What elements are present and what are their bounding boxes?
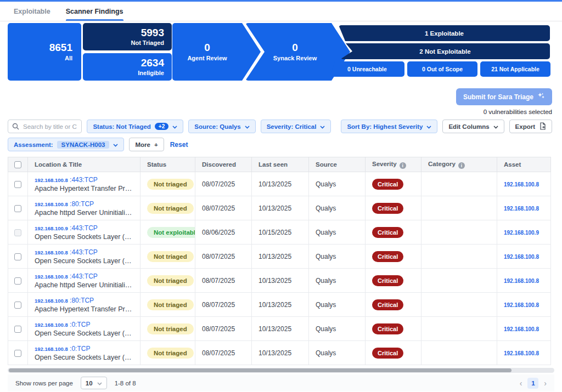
discovered-cell: 08/06/2025 (195, 220, 252, 245)
location-link[interactable]: 192.168.100.8 :0:TCP (35, 321, 133, 328)
tab-scanner-findings[interactable]: Scanner Findings (66, 2, 123, 21)
source-cell: Qualys (309, 245, 366, 269)
asset-link[interactable]: 192.168.100.8 (504, 206, 539, 212)
severity-cell: Critical (366, 293, 422, 317)
rows-per-page-select[interactable]: 10 (81, 377, 107, 389)
category-cell (422, 172, 497, 196)
horizontal-scrollbar-track[interactable] (8, 368, 554, 373)
finding-title: Apache httpd Server Uninitialized memor.… (35, 281, 133, 289)
status-cell: Not triaged (140, 341, 195, 365)
severity-badge: Critical (372, 323, 403, 334)
table-row: 192.168.100.9 :443:TCP Open Secure Socke… (8, 220, 551, 245)
location-ip: 192.168.100.8 (35, 201, 68, 207)
chevron-down-icon (320, 123, 325, 130)
tab-exploitable[interactable]: Exploitable (14, 2, 50, 21)
category-cell (422, 220, 497, 245)
column-header: Discovered (195, 157, 252, 172)
discovered-cell: 08/07/2025 (195, 196, 252, 220)
location-ip: 192.168.100.8 (35, 298, 68, 304)
row-checkbox[interactable] (14, 326, 21, 333)
export-button[interactable]: Export (509, 120, 552, 133)
funnel-agent-review-box[interactable]: 0 Agent Review (172, 23, 261, 81)
asset-link[interactable]: 192.168.100.8 (504, 302, 539, 308)
asset-cell: 192.168.100.8 (497, 317, 551, 341)
assessment-filter-label: Assessment: (14, 141, 53, 148)
funnel-not-triaged-label: Not Triaged (131, 39, 164, 46)
row-checkbox[interactable] (14, 253, 21, 260)
severity-filter[interactable]: Severity: Critical (261, 120, 331, 133)
location-ip: 192.168.100.8 (35, 346, 68, 352)
asset-cell: 192.168.100.8 (497, 245, 551, 269)
finding-title: Open Secure Sockets Layer (OpenSSL) C... (35, 329, 133, 337)
funnel-out-of-scope-box[interactable]: 0 Out of Scope (407, 61, 477, 77)
assessment-filter[interactable]: Assessment: SYNACK-H003 (8, 138, 124, 151)
asset-link[interactable]: 192.168.100.8 (504, 326, 539, 332)
sort-by-label: Sort By: Highest Severity (347, 123, 423, 130)
location-title-cell: 192.168.100.8 :443:TCP Open Secure Socke… (28, 245, 140, 269)
row-checkbox[interactable] (14, 302, 21, 309)
asset-link[interactable]: 192.168.100.8 (504, 350, 539, 356)
table-row: 192.168.100.8 :80:TCP Apache Hypertext T… (8, 293, 551, 317)
funnel-ineligible-box[interactable]: 2634 Ineligible (83, 53, 172, 81)
row-checkbox-cell (8, 341, 28, 365)
horizontal-scrollbar-thumb[interactable] (9, 368, 512, 372)
location-link[interactable]: 192.168.100.8 :0:TCP (35, 345, 133, 353)
location-link[interactable]: 192.168.100.8 :80:TCP (35, 297, 133, 304)
status-badge: Not triaged (147, 179, 194, 190)
asset-link[interactable]: 192.168.100.9 (504, 230, 539, 236)
location-link[interactable]: 192.168.100.8 :443:TCP (35, 272, 133, 280)
row-checkbox[interactable] (14, 350, 21, 357)
row-checkbox[interactable] (14, 181, 21, 188)
table-row: 192.168.100.8 :443:TCP Open Secure Socke… (8, 245, 551, 269)
last-seen-cell: 10/13/2025 (252, 317, 309, 341)
category-cell (422, 269, 497, 293)
row-checkbox[interactable] (14, 277, 21, 285)
last-seen-cell: 10/13/2025 (252, 293, 309, 317)
row-checkbox[interactable] (14, 205, 21, 212)
submit-for-sara-triage-button[interactable]: Submit for Sara Triage (456, 88, 552, 105)
previous-page-icon[interactable]: ‹ (520, 379, 522, 388)
more-filters-button[interactable]: More + (129, 138, 164, 151)
funnel-not-exploitable-box[interactable]: 2 Not Exploitable (340, 43, 550, 59)
status-badge: Not exploitable (147, 227, 195, 238)
search-wrap (8, 120, 82, 133)
edit-columns-button[interactable]: Edit Columns (442, 120, 504, 133)
select-all-checkbox[interactable] (14, 161, 21, 168)
funnel-synack-review-count: 0 (292, 42, 298, 54)
funnel-exploitable-box[interactable]: 1 Exploitable (339, 25, 550, 41)
asset-cell: 192.168.100.8 (497, 341, 551, 365)
location-link[interactable]: 192.168.100.9 :443:TCP (35, 224, 133, 232)
severity-cell: Critical (366, 220, 422, 245)
row-checkbox[interactable] (14, 229, 21, 236)
next-page-icon[interactable]: › (544, 379, 547, 388)
funnel-unreachable-box[interactable]: 0 Unreachable (330, 61, 404, 77)
source-cell: Qualys (309, 196, 366, 220)
location-link[interactable]: 192.168.100.8 :80:TCP (35, 200, 133, 208)
discovered-cell: 08/07/2025 (195, 341, 252, 365)
location-ip: 192.168.100.8 (35, 177, 68, 183)
location-link[interactable]: 192.168.100.8 :443:TCP (35, 248, 133, 256)
status-filter[interactable]: Status: Not Triaged +2 (87, 120, 183, 133)
asset-link[interactable]: 192.168.100.8 (504, 278, 539, 284)
info-icon[interactable]: i (400, 162, 406, 169)
last-seen-cell: 10/15/2025 (252, 220, 309, 245)
funnel-not-applicable-box[interactable]: 21 Not Applicable (480, 61, 550, 77)
last-seen-cell: 10/13/2025 (252, 341, 309, 365)
info-icon[interactable]: i (458, 162, 465, 169)
current-page-button[interactable]: 1 (527, 378, 538, 389)
funnel-all-box[interactable]: 8651 All (8, 23, 81, 81)
sort-by-dropdown[interactable]: Sort By: Highest Severity (341, 120, 437, 133)
category-cell (422, 317, 497, 341)
location-port: :443:TCP (70, 224, 98, 232)
location-title-cell: 192.168.100.8 :443:TCP Apache Hypertext … (28, 172, 140, 196)
chevron-down-icon (172, 123, 177, 130)
severity-badge: Critical (372, 251, 403, 262)
location-link[interactable]: 192.168.100.8 :443:TCP (35, 176, 133, 184)
asset-link[interactable]: 192.168.100.8 (504, 254, 539, 260)
asset-link[interactable]: 192.168.100.8 (504, 181, 539, 188)
funnel-not-triaged-box[interactable]: 5993 Not Triaged (83, 23, 172, 50)
location-port: :80:TCP (70, 200, 94, 208)
source-filter[interactable]: Source: Qualys (188, 120, 255, 133)
reset-filters-link[interactable]: Reset (170, 141, 188, 149)
discovered-cell: 08/07/2025 (195, 317, 252, 341)
